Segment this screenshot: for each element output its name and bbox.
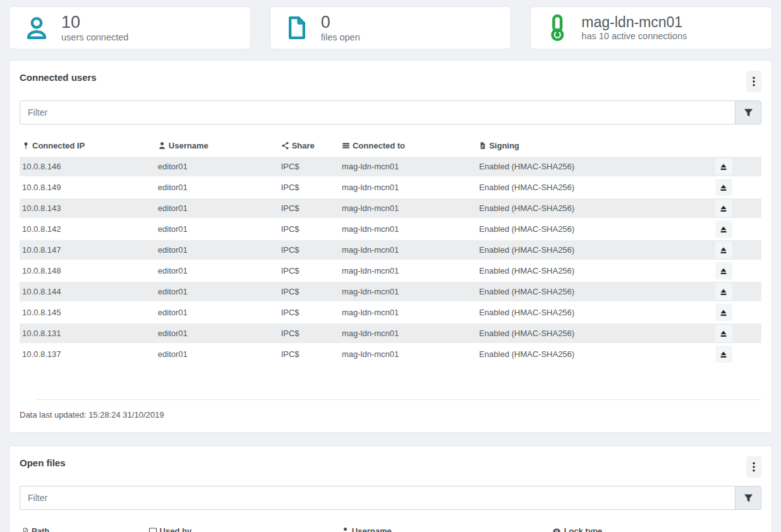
connected-users-menu-button[interactable] xyxy=(746,71,761,92)
table-row: 10.0.8.148 editor01 IPC$ mag-ldn-mcn01 E… xyxy=(20,260,761,281)
server-name: mag-ldn-mcn01 xyxy=(581,15,687,30)
cell-connected-to: mag-ldn-mcn01 xyxy=(339,302,476,323)
open-files-table: Path Used by Username Lock type xyxy=(20,523,761,532)
cell-username: editor01 xyxy=(155,302,279,323)
table-row: 10.0.8.147 editor01 IPC$ mag-ldn-mcn01 E… xyxy=(20,239,761,260)
cell-share: IPC$ xyxy=(279,302,339,323)
eject-session-button[interactable] xyxy=(715,262,732,279)
cell-share: IPC$ xyxy=(279,281,339,302)
eject-icon xyxy=(719,204,728,213)
person-icon xyxy=(341,527,349,532)
cell-signing: Enabled (HMAC-SHA256) xyxy=(476,260,686,281)
cell-signing: Enabled (HMAC-SHA256) xyxy=(476,177,686,198)
connected-users-panel: Connected users Connected IP Use xyxy=(9,60,772,433)
person-icon xyxy=(158,142,166,150)
open-files-header-row: Path Used by Username Lock type xyxy=(20,523,761,532)
funnel-icon xyxy=(744,108,753,118)
cell-signing: Enabled (HMAC-SHA256) xyxy=(476,219,686,239)
col-connected-to: Connected to xyxy=(339,137,476,156)
col-path: Path xyxy=(20,523,146,532)
eject-session-button[interactable] xyxy=(715,179,732,196)
cell-share: IPC$ xyxy=(279,260,339,281)
cell-signing: Enabled (HMAC-SHA256) xyxy=(476,323,686,344)
server-connections-label: has 10 active connections xyxy=(581,31,687,41)
eject-session-button[interactable] xyxy=(715,325,732,342)
funnel-icon xyxy=(744,493,753,503)
cell-signing: Enabled (HMAC-SHA256) xyxy=(476,302,686,323)
cell-connected-ip: 10.0.8.145 xyxy=(20,302,155,323)
connected-users-tbody: 10.0.8.146 editor01 IPC$ mag-ldn-mcn01 E… xyxy=(20,156,761,364)
eject-session-button[interactable] xyxy=(715,304,732,321)
list-icon xyxy=(342,142,350,150)
col-signing: Signing xyxy=(476,137,686,156)
table-row: 10.0.8.144 editor01 IPC$ mag-ldn-mcn01 E… xyxy=(20,281,761,302)
cell-share: IPC$ xyxy=(279,323,339,344)
eject-session-button[interactable] xyxy=(715,200,732,217)
cell-connected-ip: 10.0.8.149 xyxy=(20,177,155,198)
cell-share: IPC$ xyxy=(279,156,339,177)
cell-share: IPC$ xyxy=(279,219,339,239)
cell-signing: Enabled (HMAC-SHA256) xyxy=(476,239,686,260)
table-row: 10.0.8.143 editor01 IPC$ mag-ldn-mcn01 E… xyxy=(20,198,761,219)
cell-connected-ip: 10.0.8.131 xyxy=(20,323,155,344)
monitor-icon xyxy=(148,527,157,532)
cell-connected-to: mag-ldn-mcn01 xyxy=(339,177,476,198)
cell-signing: Enabled (HMAC-SHA256) xyxy=(476,281,686,302)
users-connected-count: 10 xyxy=(61,13,128,31)
last-updated-text: Data last updated: 15:28:24 31/10/2019 xyxy=(20,410,761,420)
connected-users-filter-button[interactable] xyxy=(735,100,761,124)
eject-session-button[interactable] xyxy=(715,158,732,175)
cell-connected-to: mag-ldn-mcn01 xyxy=(339,198,476,219)
cell-share: IPC$ xyxy=(279,177,339,198)
table-row: 10.0.8.131 editor01 IPC$ mag-ldn-mcn01 E… xyxy=(20,323,761,344)
kebab-icon xyxy=(753,462,755,472)
col-connected-ip: Connected IP xyxy=(20,137,155,156)
connected-users-table: Connected IP Username Share Connected to… xyxy=(20,137,761,364)
cell-signing: Enabled (HMAC-SHA256) xyxy=(476,344,686,364)
signing-icon xyxy=(479,142,487,150)
cell-connected-ip: 10.0.8.142 xyxy=(20,219,155,239)
cell-connected-to: mag-ldn-mcn01 xyxy=(339,156,476,177)
files-open-count: 0 xyxy=(321,13,360,31)
open-files-filter-group xyxy=(20,486,761,510)
cell-connected-to: mag-ldn-mcn01 xyxy=(339,219,476,239)
cell-signing: Enabled (HMAC-SHA256) xyxy=(476,156,686,177)
table-row: 10.0.8.149 editor01 IPC$ mag-ldn-mcn01 E… xyxy=(20,177,761,198)
cell-connected-ip: 10.0.8.144 xyxy=(20,281,155,302)
share-icon xyxy=(281,142,289,150)
card-users-connected: 10 users connected xyxy=(9,6,251,49)
cell-connected-ip: 10.0.8.148 xyxy=(20,260,155,281)
cell-username: editor01 xyxy=(155,323,279,344)
eject-session-button[interactable] xyxy=(715,346,732,363)
eject-session-button[interactable] xyxy=(715,241,732,258)
eject-session-button[interactable] xyxy=(715,221,732,238)
eject-session-button[interactable] xyxy=(715,283,732,300)
cell-share: IPC$ xyxy=(279,198,339,219)
eject-icon xyxy=(719,267,728,275)
col-share: Share xyxy=(279,137,339,156)
eject-icon xyxy=(719,329,728,338)
cell-connected-ip: 10.0.8.146 xyxy=(20,156,155,177)
path-icon xyxy=(22,527,29,532)
panel-divider xyxy=(36,399,761,400)
file-icon xyxy=(284,15,310,41)
open-files-filter-button[interactable] xyxy=(735,486,761,510)
connected-users-filter-input[interactable] xyxy=(20,100,735,124)
cell-username: editor01 xyxy=(155,156,279,177)
card-files-open: 0 files open xyxy=(270,6,512,49)
open-files-filter-input[interactable] xyxy=(20,486,735,510)
summary-cards: 10 users connected 0 files open mag-ldn- xyxy=(9,6,772,49)
open-files-menu-button[interactable] xyxy=(746,456,761,478)
eject-icon xyxy=(719,183,728,192)
cell-connected-to: mag-ldn-mcn01 xyxy=(339,344,476,364)
col-open-username: Username xyxy=(339,523,550,532)
col-actions xyxy=(686,137,761,156)
eye-icon xyxy=(552,527,561,532)
card-server-status: mag-ldn-mcn01 has 10 active connections xyxy=(530,6,772,49)
col-used-by: Used by xyxy=(146,523,339,532)
eject-icon xyxy=(719,246,728,255)
cell-signing: Enabled (HMAC-SHA256) xyxy=(476,198,686,219)
cell-username: editor01 xyxy=(155,344,279,364)
connected-users-header-row: Connected IP Username Share Connected to… xyxy=(20,137,761,156)
cell-connected-ip: 10.0.8.147 xyxy=(20,239,155,260)
